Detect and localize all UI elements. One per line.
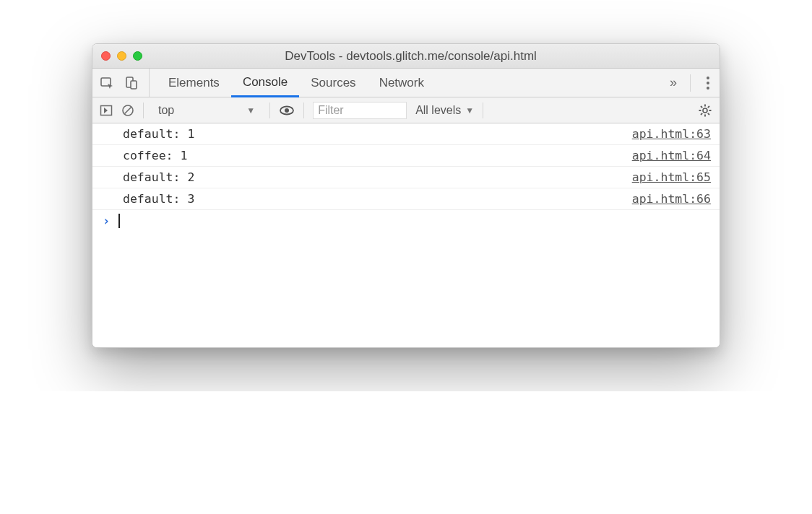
source-link[interactable]: api.html:64 bbox=[632, 149, 711, 162]
tab-label: Network bbox=[379, 76, 424, 90]
svg-line-13 bbox=[701, 106, 702, 108]
svg-line-14 bbox=[708, 113, 709, 114]
svg-rect-2 bbox=[131, 81, 137, 89]
separator bbox=[269, 103, 270, 118]
titlebar: DevTools - devtools.glitch.me/console/ap… bbox=[92, 44, 720, 69]
text-cursor bbox=[118, 214, 120, 228]
context-label: top bbox=[158, 104, 174, 117]
separator bbox=[690, 74, 691, 92]
tab-sources[interactable]: Sources bbox=[299, 69, 367, 97]
levels-label: All levels bbox=[415, 104, 461, 117]
separator bbox=[483, 103, 483, 118]
console-prompt[interactable]: › bbox=[92, 210, 720, 232]
console-message-row: default: 2api.html:65 bbox=[92, 167, 720, 188]
log-levels-selector[interactable]: All levels ▼ bbox=[415, 104, 474, 117]
toggle-sidebar-icon[interactable] bbox=[100, 104, 113, 117]
dropdown-icon: ▼ bbox=[465, 105, 474, 116]
console-message-row: default: 1api.html:63 bbox=[92, 123, 720, 145]
inspect-element-icon[interactable] bbox=[100, 76, 114, 90]
svg-point-7 bbox=[285, 108, 289, 113]
separator bbox=[143, 103, 144, 118]
device-toolbar-icon[interactable] bbox=[124, 76, 139, 90]
svg-point-8 bbox=[703, 108, 707, 113]
filter-input[interactable] bbox=[313, 102, 407, 119]
source-link[interactable]: api.html:63 bbox=[632, 127, 711, 141]
close-window-button[interactable] bbox=[101, 51, 111, 61]
panel-tabs: Elements Console Sources Network bbox=[157, 69, 436, 97]
settings-menu-button[interactable] bbox=[704, 74, 712, 92]
log-message: default: 3 bbox=[123, 192, 632, 206]
console-output: default: 1api.html:63coffee: 1api.html:6… bbox=[92, 123, 720, 347]
tab-label: Elements bbox=[168, 76, 220, 90]
inspect-controls bbox=[100, 69, 150, 97]
log-message: coffee: 1 bbox=[123, 149, 632, 162]
more-tabs-button[interactable]: » bbox=[670, 75, 677, 90]
main-tabbar: Elements Console Sources Network » bbox=[92, 69, 720, 97]
prompt-chevron-icon: › bbox=[103, 214, 110, 228]
window-title: DevTools - devtools.glitch.me/console/ap… bbox=[111, 49, 711, 64]
svg-line-16 bbox=[708, 106, 709, 108]
live-expression-icon[interactable] bbox=[279, 104, 295, 117]
separator bbox=[303, 103, 304, 118]
svg-line-15 bbox=[701, 113, 702, 114]
dropdown-icon: ▼ bbox=[246, 105, 255, 116]
source-link[interactable]: api.html:66 bbox=[632, 192, 711, 206]
tab-label: Sources bbox=[311, 76, 355, 90]
tab-network[interactable]: Network bbox=[368, 69, 436, 97]
svg-line-5 bbox=[125, 107, 131, 113]
console-message-row: coffee: 1api.html:64 bbox=[92, 145, 720, 167]
tab-label: Console bbox=[243, 75, 288, 90]
devtools-window: DevTools - devtools.glitch.me/console/ap… bbox=[92, 43, 720, 348]
console-settings-icon[interactable] bbox=[698, 103, 712, 118]
log-message: default: 2 bbox=[123, 170, 632, 184]
log-message: default: 1 bbox=[123, 127, 632, 141]
tab-elements[interactable]: Elements bbox=[157, 69, 231, 97]
tab-console[interactable]: Console bbox=[231, 69, 299, 97]
console-toolbar: top ▼ All levels ▼ bbox=[92, 97, 720, 123]
source-link[interactable]: api.html:65 bbox=[632, 170, 711, 184]
clear-console-icon[interactable] bbox=[121, 104, 134, 117]
context-selector[interactable]: top ▼ bbox=[152, 103, 261, 118]
console-message-row: default: 3api.html:66 bbox=[92, 188, 720, 210]
